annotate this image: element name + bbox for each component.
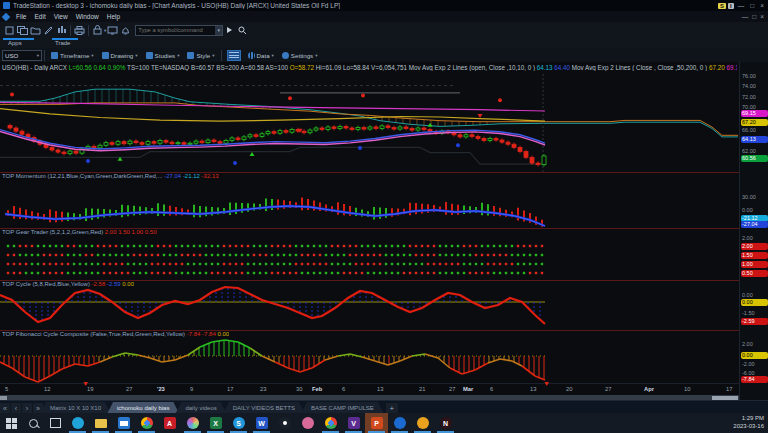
im-badge[interactable]: I — [728, 3, 734, 9]
timeframe-icon — [51, 52, 58, 59]
outlook-icon[interactable] — [388, 413, 411, 433]
axis-badge: 2.00 — [741, 243, 768, 250]
ninjatrader-icon-glyph: N — [440, 417, 452, 429]
axis-tick: 0.00 — [742, 292, 753, 298]
date-label: Feb — [312, 386, 322, 392]
menu-help[interactable]: Help — [103, 13, 124, 20]
menu-file[interactable]: File — [12, 13, 30, 20]
word-icon[interactable]: W — [250, 413, 273, 433]
chart-layers-toggle-icon[interactable] — [227, 50, 241, 61]
header-segment: Mov Avg Exp 2 Lines ( Close , Close ,50,… — [572, 64, 709, 71]
studies-button[interactable]: Studies — [142, 52, 184, 59]
ninjatrader-icon[interactable]: N — [434, 413, 457, 433]
lock-icon[interactable] — [91, 25, 104, 36]
word-icon-glyph: W — [256, 417, 268, 429]
menu-window[interactable]: Window — [72, 13, 103, 20]
chrome-icon[interactable] — [135, 413, 158, 433]
header-segment: -27.04 — [164, 173, 183, 179]
search-dropdown-caret[interactable]: ▾ — [215, 26, 222, 35]
symbol-command-search[interactable]: ▾ — [135, 25, 223, 36]
menu-view[interactable]: View — [50, 13, 72, 20]
child-restore-button[interactable]: □ — [750, 13, 758, 20]
main-chart-panel[interactable]: USO(HB) - Daily ARCX L=60.56 0.64 0.90% … — [0, 62, 740, 172]
data-label: Data — [257, 52, 270, 59]
header-segment: 0.00 — [217, 331, 229, 337]
powerpoint-icon[interactable]: P — [365, 413, 388, 433]
maps-icon[interactable] — [273, 413, 296, 433]
momentum-panel[interactable]: TOP Momentum (12,21,Blue,Cyan,Green,Dark… — [0, 172, 740, 228]
start-button[interactable] — [0, 413, 22, 433]
file-explorer-icon[interactable] — [89, 413, 112, 433]
axis-tick: 2.00 — [742, 235, 753, 241]
menu-edit[interactable]: Edit — [30, 13, 49, 20]
style-icon — [187, 52, 194, 59]
child-minimize-button[interactable]: — — [740, 13, 751, 20]
date-label: 20 — [566, 386, 572, 392]
axis-tick: 2.00 — [742, 341, 753, 347]
send-chart-icon[interactable] — [106, 25, 119, 36]
header-segment: 69.15 — [726, 64, 737, 71]
new-window-icon[interactable] — [3, 25, 16, 36]
date-label: 6 — [490, 386, 493, 392]
axis-badge: 0.00 — [741, 352, 768, 359]
run-command-icon[interactable] — [223, 25, 236, 36]
edge-icon-glyph — [72, 417, 84, 429]
mail-icon[interactable] — [112, 413, 135, 433]
minimize-button[interactable]: — — [736, 2, 747, 9]
axis-badge: 0.50 — [741, 270, 768, 277]
search-icon[interactable] — [236, 25, 249, 36]
edge-icon[interactable] — [66, 413, 89, 433]
print-icon[interactable] — [73, 25, 86, 36]
sim-mode-badge[interactable]: S — [718, 3, 726, 9]
axis-tick: -2.00 — [742, 361, 755, 367]
outlook-icon-glyph — [394, 417, 406, 429]
data-button[interactable]: Data — [244, 52, 278, 59]
date-label: 17 — [227, 386, 233, 392]
settings-button[interactable]: Settings — [278, 52, 322, 59]
style-button[interactable]: Style — [183, 52, 218, 59]
maximize-button[interactable]: □ — [748, 2, 756, 9]
audible-icon[interactable] — [411, 413, 434, 433]
desktops-icon[interactable] — [16, 25, 29, 36]
visual-studio-icon[interactable]: V — [342, 413, 365, 433]
date-axis: 5121927'239172330Feb6132127Mar6132027Apr… — [0, 383, 740, 395]
date-label: 27 — [126, 386, 132, 392]
adobe-icon[interactable]: A — [158, 413, 181, 433]
header-segment: 2.00 1.50 1.00 0.50 — [105, 229, 157, 235]
trade-bar-icon[interactable] — [55, 25, 68, 36]
header-segment: Mov Avg Exp 2 Lines (open, Close ,10,10,… — [409, 64, 537, 71]
timeframe-label: Timeframe — [60, 52, 89, 59]
search-input[interactable] — [136, 27, 215, 33]
chart-area[interactable]: USO(HB) - Daily ARCX L=60.56 0.64 0.90% … — [0, 62, 768, 400]
photos-icon[interactable] — [296, 413, 319, 433]
symbol-select[interactable]: USO ▾ — [2, 50, 42, 61]
task-view-icon[interactable] — [44, 413, 66, 433]
header-segment: O=58.72 — [290, 64, 316, 71]
date-label: 13 — [377, 386, 383, 392]
header-segment: -7.84 — [202, 331, 217, 337]
cycle-panel[interactable]: TOP Cycle (5,8,Red,Blue,Yellow) -2.58 -2… — [0, 280, 740, 330]
header-segment: -21.12 — [183, 173, 202, 179]
close-button[interactable]: × — [758, 2, 766, 9]
alerts-bell-icon[interactable] — [119, 25, 132, 36]
taskbar-search-icon[interactable] — [22, 413, 44, 433]
gear-trader-panel[interactable]: TOP Gear Trader (5,2,1,2,Green,Red) 2.00… — [0, 228, 740, 280]
timeframe-button[interactable]: Timeframe — [47, 52, 98, 59]
open-workspace-icon[interactable] — [29, 25, 42, 36]
taskbar-clock[interactable]: 1:29 PM 2023-03-16 — [733, 413, 768, 433]
chrome-icon-2[interactable] — [319, 413, 342, 433]
child-close-button[interactable]: × — [758, 13, 766, 20]
drawing-button[interactable]: Drawing — [98, 52, 142, 59]
powerpoint-icon-glyph: P — [371, 417, 383, 429]
edit-workspace-icon[interactable] — [42, 25, 55, 36]
photos-icon-glyph — [302, 417, 314, 429]
clock-date: 2023-03-16 — [733, 422, 764, 430]
symbol-value: USO — [5, 52, 18, 59]
axis-badge: 67.20 — [741, 119, 768, 126]
envelope-shape — [120, 421, 128, 426]
drawing-label: Drawing — [111, 52, 134, 59]
browser-sphere-icon[interactable] — [181, 413, 204, 433]
fibonacci-panel[interactable]: TOP Fibonacci Cycle Composite (False,Tru… — [0, 330, 740, 383]
excel-icon[interactable]: X — [204, 413, 227, 433]
skype-icon[interactable]: S — [227, 413, 250, 433]
